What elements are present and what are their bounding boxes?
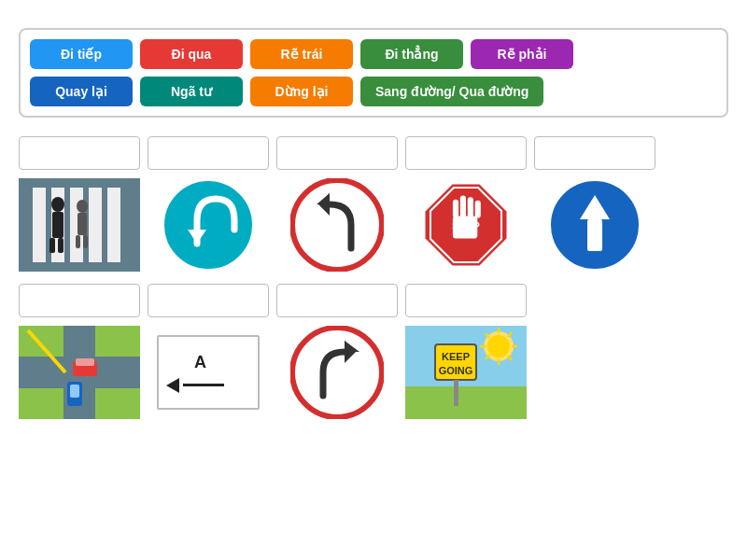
- svg-rect-24: [460, 195, 466, 217]
- keepgoing-svg: KEEP GOING: [405, 326, 527, 419]
- drop-box-crosswalk[interactable]: [19, 136, 140, 170]
- word-btn-di-tiep[interactable]: Đi tiếp: [30, 39, 133, 69]
- word-btn-re-trai[interactable]: Rẽ trái: [250, 39, 353, 69]
- img-rightturn: [276, 321, 398, 424]
- svg-point-44: [487, 335, 510, 357]
- word-btn-quay-lai[interactable]: Quay lại: [30, 77, 133, 106]
- svg-point-6: [51, 197, 64, 212]
- drop-box-gostraight[interactable]: [534, 136, 655, 170]
- svg-point-14: [163, 180, 253, 270]
- word-btn-di-qua[interactable]: Đi qua: [140, 39, 243, 69]
- drop-box-uturn[interactable]: [148, 136, 269, 170]
- uturn-sign-svg: [162, 178, 255, 272]
- nav-line: [183, 384, 224, 386]
- nav-arrow: [166, 378, 224, 393]
- img-keepgoing: KEEP GOING: [405, 321, 527, 424]
- drop-box-intersection[interactable]: [19, 284, 140, 317]
- svg-text:KEEP: KEEP: [442, 351, 470, 362]
- word-btn-dung-lai[interactable]: Dừng lại: [250, 77, 353, 106]
- match-cell-intersection: [19, 284, 140, 424]
- img-crosswalk: [19, 174, 140, 276]
- svg-rect-26: [475, 201, 481, 218]
- match-cell-rightturn: [276, 284, 398, 424]
- page-container: Đi tiếp Đi qua Rẽ trái Đi thẳng Rẽ phải …: [0, 0, 747, 448]
- word-btn-re-phai[interactable]: Rẽ phải: [471, 39, 573, 69]
- svg-rect-8: [49, 238, 55, 253]
- leftturn-sign-svg: [290, 178, 384, 272]
- svg-rect-5: [107, 188, 120, 262]
- gostraight-sign-svg: [548, 178, 641, 272]
- match-cell-uturn: [148, 136, 269, 276]
- stop-sign-svg: STOP: [419, 178, 513, 272]
- word-btn-nga-tu[interactable]: Ngã tư: [140, 77, 243, 106]
- svg-rect-7: [52, 212, 63, 238]
- svg-rect-37: [70, 385, 79, 398]
- svg-rect-4: [89, 188, 102, 262]
- svg-rect-25: [468, 197, 473, 217]
- drop-box-leftturn[interactable]: [276, 136, 398, 170]
- intersection-svg: [19, 326, 140, 419]
- img-navdirection: A: [148, 321, 269, 424]
- match-row-1: STOP: [19, 136, 728, 276]
- img-intersection: [19, 321, 140, 424]
- nav-sign-box: A: [157, 335, 260, 410]
- match-cell-crosswalk: [19, 136, 140, 276]
- word-btn-sang-duong[interactable]: Sang đường/ Qua đường: [360, 77, 543, 106]
- word-row-1: Đi tiếp Đi qua Rẽ trái Đi thẳng Rẽ phải: [30, 39, 717, 69]
- crosswalk-svg: [19, 178, 140, 272]
- rightturn-sign-svg: [290, 326, 384, 419]
- match-cell-navdirection: A: [148, 284, 269, 424]
- img-stop: STOP: [405, 174, 527, 276]
- svg-rect-42: [405, 386, 527, 419]
- svg-rect-12: [76, 235, 80, 248]
- img-uturn: [148, 174, 269, 276]
- drop-box-keepgoing[interactable]: [405, 284, 527, 317]
- drop-box-rightturn[interactable]: [276, 284, 398, 317]
- svg-rect-11: [78, 213, 87, 235]
- svg-rect-56: [454, 380, 458, 406]
- match-cell-stop: STOP: [405, 136, 527, 276]
- svg-point-10: [77, 200, 88, 213]
- svg-point-38: [292, 328, 382, 417]
- svg-rect-23: [453, 200, 458, 218]
- drop-box-stop[interactable]: [405, 136, 527, 170]
- word-btn-di-thang[interactable]: Đi thẳng: [360, 39, 463, 69]
- drop-box-navdirection[interactable]: [148, 284, 269, 317]
- word-row-2: Quay lại Ngã tư Dừng lại Sang đường/ Qua…: [30, 77, 717, 106]
- svg-rect-22: [453, 216, 477, 238]
- match-row-2: A: [19, 284, 728, 424]
- svg-text:GOING: GOING: [439, 365, 473, 376]
- match-cell-gostraight: [534, 136, 655, 276]
- img-leftturn: [276, 174, 398, 276]
- img-gostraight: [534, 174, 655, 276]
- nav-arrowhead-icon: [166, 378, 179, 393]
- match-cell-leftturn: [276, 136, 398, 276]
- svg-rect-35: [76, 358, 94, 366]
- svg-rect-1: [33, 188, 46, 262]
- svg-rect-9: [58, 238, 63, 253]
- svg-rect-29: [587, 219, 602, 251]
- svg-point-16: [292, 180, 382, 270]
- match-cell-keepgoing: KEEP GOING: [405, 284, 527, 424]
- nav-letter: A: [194, 353, 206, 372]
- svg-rect-13: [83, 235, 88, 248]
- word-bank: Đi tiếp Đi qua Rẽ trái Đi thẳng Rẽ phải …: [19, 28, 728, 118]
